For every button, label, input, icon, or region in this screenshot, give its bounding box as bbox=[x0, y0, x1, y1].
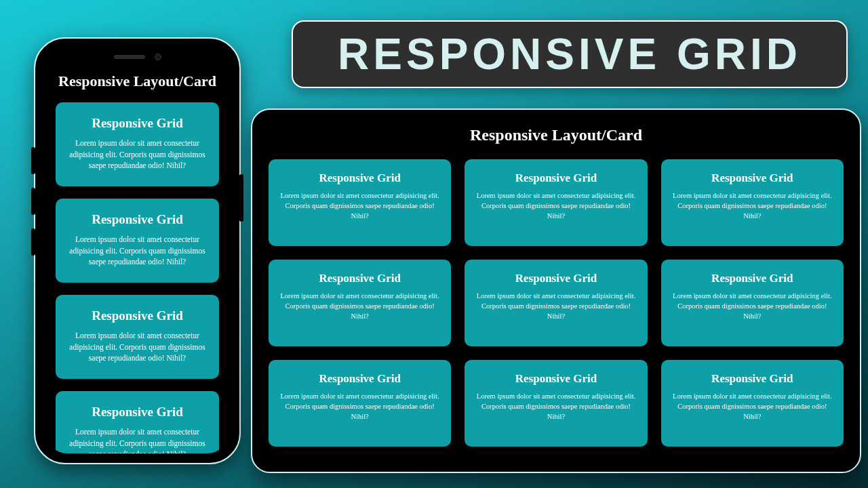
card-body: Lorem ipsum dolor sit amet consectetur a… bbox=[671, 190, 834, 222]
card: Responsive Grid Lorem ipsum dolor sit am… bbox=[269, 360, 451, 447]
title-badge-text: RESPONSIVE GRID bbox=[338, 29, 802, 79]
card-body: Lorem ipsum dolor sit amet consectetur a… bbox=[278, 391, 441, 422]
card-title: Responsive Grid bbox=[671, 372, 834, 386]
card-body: Lorem ipsum dolor sit amet consectetur a… bbox=[65, 330, 210, 364]
card-body: Lorem ipsum dolor sit amet consectetur a… bbox=[474, 291, 637, 322]
camera-icon bbox=[155, 54, 161, 60]
card: Responsive Grid Lorem ipsum dolor sit am… bbox=[661, 159, 844, 246]
card: Responsive Grid Lorem ipsum dolor sit am… bbox=[269, 159, 451, 246]
tablet-heading: Responsive Layout/Card bbox=[269, 126, 844, 144]
card: Responsive Grid Lorem ipsum dolor sit am… bbox=[465, 260, 647, 346]
card-title: Responsive Grid bbox=[65, 308, 210, 323]
card-body: Lorem ipsum dolor sit amet consectetur a… bbox=[65, 426, 210, 453]
card-body: Lorem ipsum dolor sit amet consectetur a… bbox=[65, 234, 210, 268]
tablet-mockup: Responsive Layout/Card Responsive Grid L… bbox=[251, 108, 861, 473]
card-title: Responsive Grid bbox=[474, 171, 637, 185]
card-title: Responsive Grid bbox=[65, 405, 210, 420]
card-body: Lorem ipsum dolor sit amet consectetur a… bbox=[474, 190, 637, 222]
card: Responsive Grid Lorem ipsum dolor sit am… bbox=[56, 295, 219, 379]
title-badge: RESPONSIVE GRID bbox=[292, 20, 848, 88]
tablet-card-grid: Responsive Grid Lorem ipsum dolor sit am… bbox=[269, 159, 844, 447]
card-title: Responsive Grid bbox=[671, 171, 834, 185]
card-body: Lorem ipsum dolor sit amet consectetur a… bbox=[671, 391, 834, 422]
card-title: Responsive Grid bbox=[278, 171, 441, 185]
phone-mockup: Responsive Layout/Card Responsive Grid L… bbox=[34, 37, 241, 464]
phone-screen: Responsive Layout/Card Responsive Grid L… bbox=[45, 48, 230, 453]
card: Responsive Grid Lorem ipsum dolor sit am… bbox=[56, 391, 219, 453]
speaker-icon bbox=[114, 55, 145, 59]
card-title: Responsive Grid bbox=[671, 272, 834, 285]
card: Responsive Grid Lorem ipsum dolor sit am… bbox=[269, 260, 451, 346]
card-body: Lorem ipsum dolor sit amet consectetur a… bbox=[278, 190, 441, 222]
card-body: Lorem ipsum dolor sit amet consectetur a… bbox=[65, 138, 210, 171]
card: Responsive Grid Lorem ipsum dolor sit am… bbox=[465, 159, 647, 246]
card: Responsive Grid Lorem ipsum dolor sit am… bbox=[661, 260, 844, 346]
card: Responsive Grid Lorem ipsum dolor sit am… bbox=[465, 360, 647, 447]
card-title: Responsive Grid bbox=[474, 272, 637, 285]
phone-card-list: Responsive Grid Lorem ipsum dolor sit am… bbox=[56, 102, 219, 421]
card-title: Responsive Grid bbox=[278, 272, 441, 285]
card: Responsive Grid Lorem ipsum dolor sit am… bbox=[661, 360, 844, 447]
card-body: Lorem ipsum dolor sit amet consectetur a… bbox=[671, 291, 834, 322]
card: Responsive Grid Lorem ipsum dolor sit am… bbox=[56, 102, 219, 186]
phone-heading: Responsive Layout/Card bbox=[56, 73, 219, 90]
phone-notch bbox=[90, 48, 185, 66]
card: Responsive Grid Lorem ipsum dolor sit am… bbox=[56, 199, 219, 283]
card-title: Responsive Grid bbox=[278, 372, 441, 386]
card-title: Responsive Grid bbox=[65, 212, 210, 227]
card-body: Lorem ipsum dolor sit amet consectetur a… bbox=[474, 391, 637, 422]
card-title: Responsive Grid bbox=[65, 116, 210, 131]
card-body: Lorem ipsum dolor sit amet consectetur a… bbox=[278, 291, 441, 322]
card-title: Responsive Grid bbox=[474, 372, 637, 386]
